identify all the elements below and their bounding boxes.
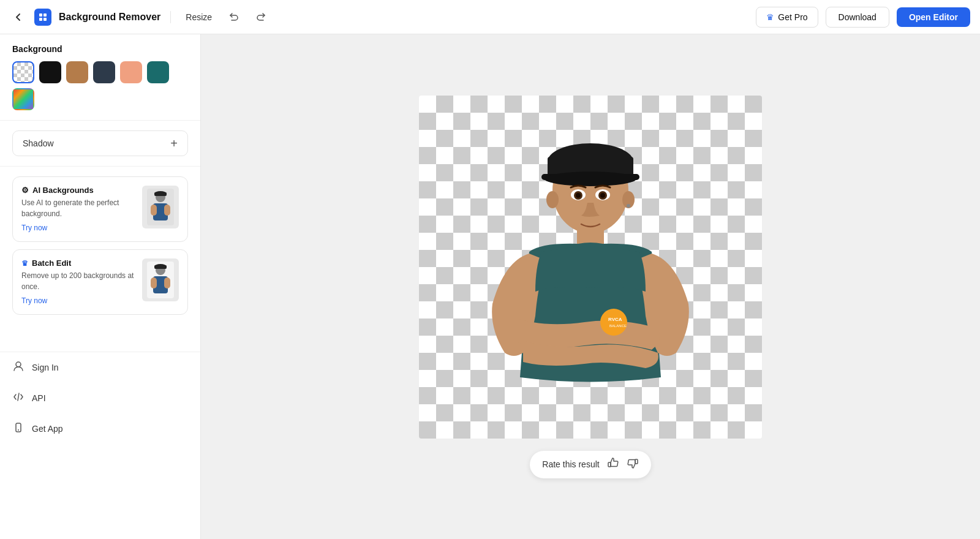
crown-small-icon: ♛ — [21, 259, 28, 268]
svg-point-20 — [18, 429, 19, 431]
svg-rect-15 — [164, 277, 170, 288]
mobile-icon — [12, 422, 24, 435]
getapp-label: Get App — [32, 424, 63, 434]
ai-icon: ⚙ — [21, 186, 29, 195]
resize-button[interactable]: Resize — [181, 10, 217, 24]
svg-point-18 — [16, 362, 21, 367]
svg-point-38 — [627, 204, 630, 208]
ai-backgrounds-preview — [142, 186, 179, 228]
svg-rect-1 — [43, 13, 47, 17]
main-layout: Background Shadow + ⚙ AI — [0, 34, 980, 539]
svg-rect-7 — [151, 205, 157, 216]
checkerboard-canvas: RVCA BALANCE — [419, 96, 762, 439]
sidebar-nav: Sign In API — [0, 352, 200, 444]
back-button[interactable] — [10, 9, 27, 26]
ai-backgrounds-title: ⚙ AI Backgrounds — [21, 186, 135, 195]
ai-backgrounds-text: ⚙ AI Backgrounds Use AI to generate the … — [21, 186, 135, 233]
api-nav-item[interactable]: API — [0, 383, 200, 413]
svg-point-36 — [576, 193, 581, 198]
swatch-black[interactable] — [39, 61, 61, 83]
svg-rect-40 — [635, 459, 638, 464]
svg-point-37 — [600, 193, 605, 198]
svg-text:BALANCE: BALANCE — [609, 324, 627, 328]
sidebar: Background Shadow + ⚙ AI — [0, 34, 201, 539]
image-container: RVCA BALANCE — [419, 96, 762, 439]
shadow-plus-icon: + — [170, 137, 178, 149]
swatch-brown[interactable] — [66, 61, 88, 83]
svg-text:RVCA: RVCA — [608, 317, 622, 322]
shadow-section: Shadow + — [0, 121, 200, 167]
svg-rect-3 — [43, 18, 47, 21]
shadow-label: Shadow — [23, 138, 54, 148]
svg-rect-8 — [164, 205, 170, 216]
swatch-gradient[interactable] — [12, 88, 34, 110]
rating-bar: Rate this result — [530, 451, 650, 478]
api-icon — [12, 391, 24, 405]
svg-rect-0 — [39, 13, 42, 17]
person-icon — [12, 361, 24, 374]
background-section: Background — [0, 34, 200, 121]
canvas-area: RVCA BALANCE — [201, 34, 980, 539]
signin-label: Sign In — [32, 363, 59, 372]
get-pro-button[interactable]: ♛ Get Pro — [756, 7, 818, 28]
background-title: Background — [12, 44, 188, 54]
crown-icon: ♛ — [766, 12, 774, 22]
rating-label: Rate this result — [542, 459, 599, 469]
swatch-darkblue[interactable] — [93, 61, 115, 83]
redo-button[interactable] — [251, 7, 271, 27]
download-button[interactable]: Download — [826, 7, 889, 28]
app-title: Background Remover — [59, 12, 160, 23]
thumbs-up-button[interactable] — [607, 457, 619, 472]
svg-point-26 — [546, 191, 559, 208]
signin-nav-item[interactable]: Sign In — [0, 352, 200, 383]
batch-edit-text: ♛ Batch Edit Remove up to 200 background… — [21, 258, 135, 306]
batch-edit-desc: Remove up to 200 backgrounds at once. — [21, 270, 135, 292]
svg-point-25 — [545, 172, 636, 186]
svg-rect-2 — [39, 18, 42, 21]
undo-button[interactable] — [224, 7, 244, 27]
svg-rect-17 — [154, 265, 167, 269]
batch-edit-link[interactable]: Try now — [21, 296, 47, 305]
color-swatches — [12, 61, 188, 110]
batch-edit-title: ♛ Batch Edit — [21, 258, 135, 268]
batch-edit-preview — [142, 258, 179, 301]
thumbs-down-button[interactable] — [627, 457, 639, 472]
ai-backgrounds-card: ⚙ AI Backgrounds Use AI to generate the … — [12, 176, 188, 242]
svg-rect-39 — [608, 462, 611, 467]
svg-rect-14 — [151, 277, 157, 288]
ai-backgrounds-link[interactable]: Try now — [21, 224, 47, 232]
swatch-peach[interactable] — [120, 61, 142, 83]
svg-point-29 — [600, 309, 627, 336]
api-label: API — [32, 393, 46, 403]
header-divider — [170, 11, 171, 23]
shadow-row[interactable]: Shadow + — [12, 130, 188, 156]
app-header: Background Remover Resize ♛ Get Pro Down… — [0, 0, 980, 34]
ai-backgrounds-desc: Use AI to generate the perfect backgroun… — [21, 197, 135, 219]
batch-edit-card: ♛ Batch Edit Remove up to 200 background… — [12, 249, 188, 315]
open-editor-button[interactable]: Open Editor — [897, 7, 970, 27]
app-logo — [34, 9, 51, 26]
getapp-nav-item[interactable]: Get App — [0, 413, 200, 444]
svg-rect-10 — [154, 192, 167, 196]
swatch-transparent[interactable] — [12, 61, 34, 83]
swatch-teal[interactable] — [147, 61, 169, 83]
